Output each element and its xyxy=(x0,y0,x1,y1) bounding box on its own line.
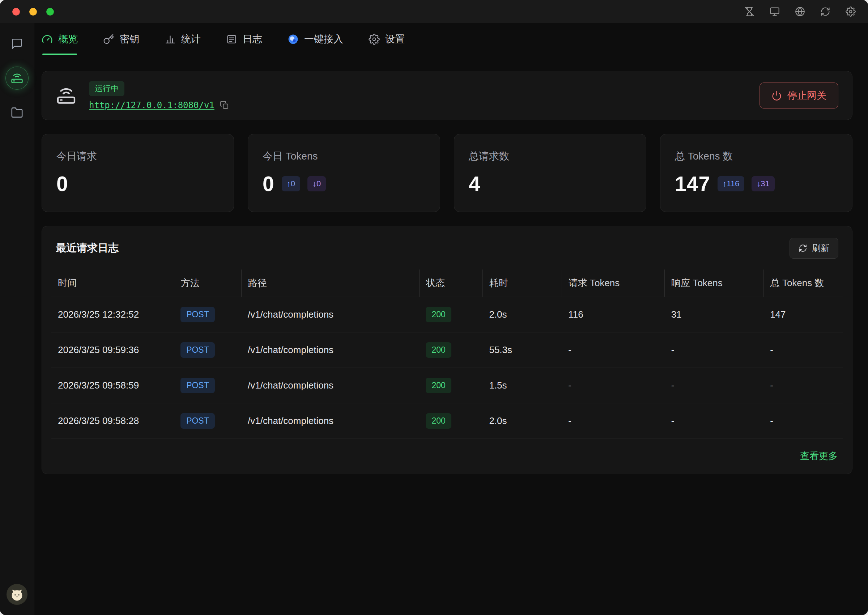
log-request-tokens: - xyxy=(562,368,664,403)
log-total-tokens: - xyxy=(764,368,843,403)
tab-stats[interactable]: 统计 xyxy=(165,23,201,55)
zoom-button[interactable] xyxy=(46,8,54,16)
sidebar-item-files[interactable] xyxy=(9,104,25,121)
log-duration: 2.0s xyxy=(483,297,562,332)
chat-bubble-icon xyxy=(11,37,23,50)
titlebar xyxy=(0,0,868,23)
display-icon[interactable] xyxy=(770,6,780,17)
stat-value: 147 xyxy=(675,172,710,196)
quick-connect-icon xyxy=(288,34,299,45)
globe-icon[interactable] xyxy=(795,6,805,17)
close-button[interactable] xyxy=(12,8,20,16)
method-badge: POST xyxy=(181,413,215,429)
minimize-button[interactable] xyxy=(29,8,37,16)
settings-icon[interactable] xyxy=(846,6,856,17)
power-icon xyxy=(771,91,782,101)
method-badge: POST xyxy=(181,307,215,322)
tab-overview[interactable]: 概览 xyxy=(42,23,78,55)
stats-row: 今日请求 0 今日 Tokens 0 ↑0 ↓0 总请求数 xyxy=(42,134,852,212)
log-time: 2026/3/25 12:32:52 xyxy=(51,297,174,332)
stat-label: 总 Tokens 数 xyxy=(675,150,838,163)
status-code-badge: 200 xyxy=(426,342,451,358)
recent-logs-title: 最近请求日志 xyxy=(56,241,118,255)
gateway-url-link[interactable]: http://127.0.0.1:8080/v1 xyxy=(89,100,215,110)
stat-label: 今日请求 xyxy=(56,150,219,163)
hourglass-disabled-icon[interactable] xyxy=(744,6,754,17)
stat-card-total-requests: 总请求数 4 xyxy=(454,134,646,212)
method-badge: POST xyxy=(181,378,215,393)
log-time: 2026/3/25 09:59:36 xyxy=(51,332,174,368)
stat-value: 0 xyxy=(56,172,69,196)
stat-value: 4 xyxy=(469,172,481,196)
gauge-icon xyxy=(42,34,53,45)
user-avatar[interactable] xyxy=(6,584,28,605)
tab-label: 一键接入 xyxy=(304,33,343,45)
tab-label: 密钥 xyxy=(120,33,139,45)
log-path: /v1/chat/completions xyxy=(241,297,419,332)
log-path: /v1/chat/completions xyxy=(241,403,419,439)
log-request-tokens: 116 xyxy=(562,297,664,332)
stat-card-today-requests: 今日请求 0 xyxy=(42,134,234,212)
tokens-up-badge: ↑0 xyxy=(282,176,300,191)
stop-gateway-button[interactable]: 停止网关 xyxy=(759,83,838,109)
status-code-badge: 200 xyxy=(426,307,451,322)
tab-label: 概览 xyxy=(58,33,78,45)
stat-label: 今日 Tokens xyxy=(263,150,425,163)
status-code-badge: 200 xyxy=(426,413,451,429)
refresh-button[interactable]: 刷新 xyxy=(790,238,838,259)
col-request-tokens: 请求 Tokens xyxy=(562,270,664,297)
col-method: 方法 xyxy=(174,270,241,297)
log-response-tokens: - xyxy=(665,403,764,439)
col-duration: 耗时 xyxy=(483,270,562,297)
titlebar-actions xyxy=(744,6,856,17)
sidebar-item-chat[interactable] xyxy=(9,36,25,52)
tab-label: 设置 xyxy=(385,33,405,45)
tab-settings[interactable]: 设置 xyxy=(369,23,405,55)
tokens-down-badge: ↓0 xyxy=(307,176,326,191)
traffic-lights xyxy=(12,8,54,16)
tab-logs[interactable]: 日志 xyxy=(226,23,262,55)
tokens-up-badge: ↑116 xyxy=(718,176,744,191)
col-path: 路径 xyxy=(241,270,419,297)
log-row: 2026/3/25 09:58:59 POST /v1/chat/complet… xyxy=(51,368,843,403)
copy-icon[interactable] xyxy=(220,101,229,109)
log-time: 2026/3/25 09:58:28 xyxy=(51,403,174,439)
log-path: /v1/chat/completions xyxy=(241,332,419,368)
tab-label: 日志 xyxy=(243,33,262,45)
stat-card-today-tokens: 今日 Tokens 0 ↑0 ↓0 xyxy=(248,134,440,212)
key-icon xyxy=(103,34,114,45)
view-more-link[interactable]: 查看更多 xyxy=(800,450,838,462)
reload-icon[interactable] xyxy=(820,6,831,17)
col-status: 状态 xyxy=(419,270,483,297)
log-row: 2026/3/25 09:58:28 POST /v1/chat/complet… xyxy=(51,403,843,439)
gateway-info: 运行中 http://127.0.0.1:8080/v1 xyxy=(89,81,229,110)
refresh-icon xyxy=(799,244,807,253)
tab-label: 统计 xyxy=(181,33,201,45)
tokens-down-badge: ↓31 xyxy=(751,176,774,191)
log-path: /v1/chat/completions xyxy=(241,368,419,403)
log-total-tokens: 147 xyxy=(764,297,843,332)
stop-gateway-label: 停止网关 xyxy=(787,89,826,102)
gateway-status-card: 运行中 http://127.0.0.1:8080/v1 停止网关 xyxy=(42,71,852,120)
log-request-tokens: - xyxy=(562,403,664,439)
method-badge: POST xyxy=(181,342,215,358)
col-time: 时间 xyxy=(51,270,174,297)
tab-keys[interactable]: 密钥 xyxy=(103,23,139,55)
cat-avatar-icon xyxy=(9,586,25,603)
log-request-tokens: - xyxy=(562,332,664,368)
col-total-tokens: 总 Tokens 数 xyxy=(764,270,843,297)
sidebar-item-gateway[interactable] xyxy=(5,67,28,90)
folder-icon xyxy=(11,106,23,119)
log-total-tokens: - xyxy=(764,403,843,439)
logs-header-row: 时间 方法 路径 状态 耗时 请求 Tokens 响应 Tokens 总 Tok… xyxy=(51,270,843,297)
log-duration: 55.3s xyxy=(483,332,562,368)
log-duration: 1.5s xyxy=(483,368,562,403)
router-icon xyxy=(56,85,77,106)
logs-icon xyxy=(226,34,237,45)
log-row: 2026/3/25 09:59:36 POST /v1/chat/complet… xyxy=(51,332,843,368)
router-icon xyxy=(11,72,23,85)
tab-bar: 概览 密钥 统计 日志 一键接入 xyxy=(42,23,852,55)
tab-quick-connect[interactable]: 一键接入 xyxy=(288,23,343,55)
gear-icon xyxy=(369,34,380,45)
app-window: 概览 密钥 统计 日志 一键接入 xyxy=(0,0,868,615)
